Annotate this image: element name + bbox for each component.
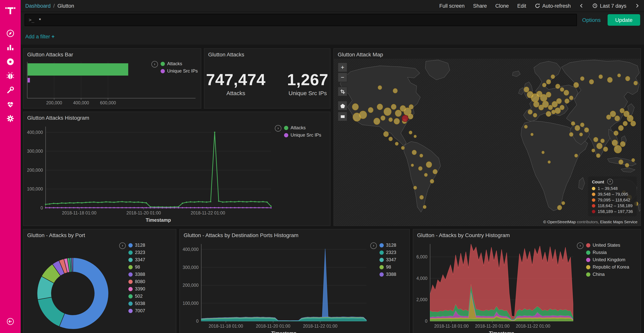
edit-button[interactable]: Edit [517, 3, 526, 9]
legend-label: China [593, 272, 605, 277]
svg-text:2018-11-18 01:00: 2018-11-18 01:00 [434, 323, 469, 328]
sidebar-item-management[interactable] [3, 113, 18, 124]
share-button[interactable]: Share [473, 3, 487, 9]
gear-icon [6, 114, 15, 123]
legend-item[interactable]: 3128 [380, 242, 396, 248]
legend-item[interactable]: 5038 [128, 301, 145, 306]
attacks-histogram-chart: 0100,000200,000300,000400,0002018-11-18 … [24, 122, 275, 226]
sidebar-item-dashboard[interactable] [3, 56, 18, 68]
refresh-icon [534, 3, 540, 9]
legend-item[interactable]: 3388 [128, 272, 145, 277]
legend-label: 8080 [135, 279, 145, 284]
time-picker-button[interactable]: Last 7 days [592, 3, 626, 9]
legend-item[interactable]: 2323 [128, 250, 145, 255]
legend-dot [586, 272, 590, 276]
legend-dot [128, 279, 133, 284]
svg-text:Timestamp: Timestamp [146, 217, 171, 223]
legend-item[interactable]: Unique Src IPs [160, 68, 198, 74]
svg-text:2018-11-20 01:00: 2018-11-20 01:00 [256, 323, 290, 328]
legend-toggle-icon[interactable]: › [275, 125, 281, 132]
ports-histogram-chart-area: 0100,000200,000300,000400,0002018-11-18 … [180, 239, 370, 333]
sidebar-item-devtools[interactable] [3, 84, 18, 96]
legend-item[interactable]: 8080 [128, 279, 145, 284]
add-filter-link[interactable]: Add a filter + [25, 34, 54, 39]
legend-toggle-icon[interactable]: › [370, 242, 377, 249]
metric-attacks: 747,474 Attacks [206, 71, 266, 96]
filter-bar: Add a filter + [21, 28, 644, 45]
port-donut-chart-area [24, 239, 119, 333]
legend-item[interactable]: 3388 [380, 272, 396, 277]
sidebar-item-discover[interactable] [3, 28, 18, 39]
map-zoom-in-button[interactable]: + [338, 63, 347, 72]
port-donut-chart [25, 239, 121, 333]
svg-text:400,000: 400,000 [73, 100, 89, 105]
legend-label: 98 [135, 264, 140, 270]
legend-item[interactable]: 7007 [128, 308, 145, 313]
svg-text:600,000: 600,000 [100, 100, 116, 105]
clone-button[interactable]: Clone [495, 3, 509, 9]
legend-toggle-icon[interactable]: › [577, 242, 584, 249]
update-button[interactable]: Update [608, 14, 640, 26]
map-legend-label: 118,642 – 158,189 [598, 203, 632, 208]
legend-item[interactable]: 98 [128, 264, 145, 270]
search-query-input[interactable] [38, 17, 572, 24]
sidebar-item-monitoring[interactable] [3, 99, 18, 110]
t-mobile-logo[interactable] [3, 3, 18, 19]
legend-item[interactable]: 2323 [380, 250, 396, 255]
elastic-maps-service-link[interactable]: Elastic Maps Service [600, 219, 638, 224]
legend-item[interactable]: Unique Src IPs [284, 132, 321, 138]
legend-item[interactable]: United Kingdom [586, 257, 629, 262]
openstreetmap-link[interactable]: © OpenStreetMap [543, 219, 576, 224]
legend-item[interactable]: United States [586, 242, 629, 248]
legend-item[interactable]: Republic of Korea [586, 264, 629, 270]
query-options-link[interactable]: Options [582, 17, 601, 23]
main-area: Dashboard / Glutton Full screen Share Cl… [21, 0, 644, 333]
sidebar-item-honeypot[interactable] [3, 70, 18, 82]
legend-item[interactable]: 3390 [128, 286, 145, 291]
svg-text:2018-11-22 01:00: 2018-11-22 01:00 [516, 323, 550, 328]
plus-icon: + [52, 34, 55, 39]
metric-value: 1,267 [287, 71, 328, 89]
legend-item[interactable]: 3347 [380, 257, 396, 262]
legend-item[interactable]: 3347 [128, 257, 145, 262]
sidebar-item-visualize[interactable] [3, 42, 18, 53]
legend-dot [128, 301, 133, 305]
legend-label: Attacks [290, 125, 306, 130]
legend-label: United Kingdom [593, 257, 626, 262]
legend-label: Republic of Korea [593, 264, 629, 270]
map-crop-tool-button[interactable] [338, 87, 347, 96]
svg-text:300,000: 300,000 [183, 265, 198, 270]
time-back-button[interactable] [579, 3, 584, 9]
legend-toggle-icon[interactable]: › [152, 61, 158, 68]
auto-refresh-button[interactable]: Auto-refresh [534, 3, 571, 9]
breadcrumb-dashboard-link[interactable]: Dashboard [25, 3, 50, 9]
app-sidebar [0, 0, 21, 333]
svg-text:100,000: 100,000 [183, 301, 198, 306]
map-zoom-out-button[interactable]: − [338, 73, 347, 82]
clock-icon [592, 3, 598, 9]
map-rectangle-tool-button[interactable] [338, 112, 347, 121]
breadcrumb: Dashboard / Glutton [25, 3, 74, 9]
legend-toggle-icon[interactable]: › [607, 179, 613, 185]
legend-item[interactable]: 3128 [128, 242, 145, 248]
map-legend-label: 1 – 39,548 [598, 186, 618, 191]
panel-attack-map: Glutton Attack Map + − [334, 48, 641, 226]
full-screen-button[interactable]: Full screen [439, 3, 464, 9]
legend-label: Unique Src IPs [167, 68, 198, 74]
legend-items: AttacksUnique Src IPs [160, 61, 198, 74]
legend-item[interactable]: Attacks [160, 61, 198, 66]
map-polygon-tool-button[interactable] [338, 101, 347, 111]
legend-item[interactable]: 98 [380, 264, 396, 270]
legend-item[interactable]: 502 [128, 293, 145, 299]
legend-item[interactable]: Russia [586, 250, 629, 255]
sidebar-collapse-button[interactable] [3, 316, 18, 327]
legend-item[interactable]: Attacks [284, 125, 321, 130]
time-forward-button[interactable] [635, 3, 640, 9]
panel-title: Glutton - Attacks by Country Histogram [413, 229, 640, 239]
legend-item[interactable]: China [586, 272, 629, 277]
legend-items: 312823233347983388 [380, 242, 396, 277]
query-input-wrap: >_ [24, 14, 577, 26]
svg-text:Timestamp: Timestamp [271, 330, 296, 333]
panel-destination-ports-histogram: Glutton - Attacks by Destination Ports H… [180, 229, 410, 333]
compass-icon [6, 29, 15, 38]
